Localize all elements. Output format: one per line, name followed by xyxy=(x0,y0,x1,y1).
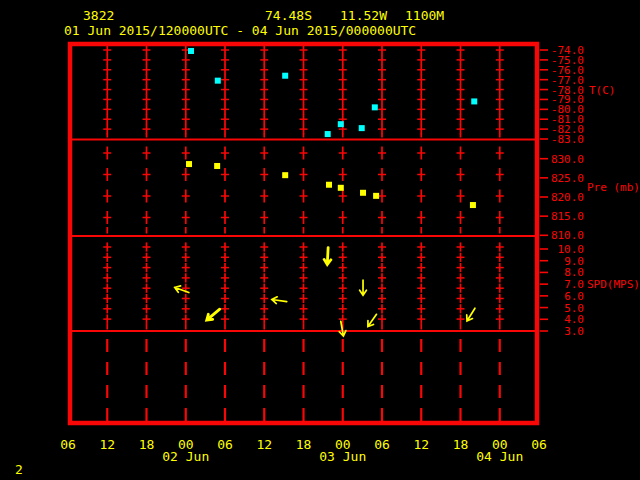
x-tick-label: 18 xyxy=(139,437,155,452)
x-tick-label: 12 xyxy=(99,437,115,452)
plot-svg: -74.0-75.0-76.0-77.0-78.0-79.0-80.0-81.0… xyxy=(0,0,640,480)
y-tick-label: 830.0 xyxy=(551,153,584,166)
y-tick-label: 810.0 xyxy=(551,229,584,242)
y-tick-label: 825.0 xyxy=(551,172,584,185)
y-axis-name: Pre (mb) xyxy=(587,181,640,194)
temperature-point xyxy=(471,98,477,104)
wind-arrow xyxy=(360,280,367,295)
wind-arrow xyxy=(175,286,189,293)
temperature-point xyxy=(338,121,344,127)
y-tick-label: 3.0 xyxy=(564,325,584,338)
x-tick-label: 06 xyxy=(217,437,233,452)
wind-arrow xyxy=(368,314,377,326)
page-number: 2 xyxy=(15,463,23,476)
pressure-point xyxy=(214,163,220,169)
wind-arrow xyxy=(324,248,331,265)
pressure-point xyxy=(282,172,288,178)
temperature-point xyxy=(372,104,378,110)
x-tick-label: 18 xyxy=(296,437,312,452)
x-tick-label: 12 xyxy=(256,437,272,452)
x-tick-label: 06 xyxy=(374,437,390,452)
y-tick-label: 820.0 xyxy=(551,191,584,204)
x-tick-label: 18 xyxy=(453,437,469,452)
x-date-label: 03 Jun xyxy=(319,449,366,464)
x-tick-label: 06 xyxy=(531,437,547,452)
temperature-point xyxy=(325,131,331,137)
y-tick-label: 815.0 xyxy=(551,210,584,223)
pressure-point xyxy=(470,202,476,208)
x-date-label: 04 Jun xyxy=(476,449,523,464)
temperature-point xyxy=(282,73,288,79)
y-axis-name: T(C) xyxy=(589,84,616,97)
x-date-label: 02 Jun xyxy=(162,449,209,464)
wind-arrow xyxy=(467,308,475,321)
aws-timeseries-display: 3822 74.48S 11.52W 1100M 01 Jun 2015/120… xyxy=(0,0,640,480)
pressure-point xyxy=(338,185,344,191)
temperature-point xyxy=(359,125,365,131)
temperature-point xyxy=(215,78,221,84)
pressure-point xyxy=(360,190,366,196)
y-tick-label: -83.0 xyxy=(551,133,584,146)
pressure-point xyxy=(326,182,332,188)
pressure-point xyxy=(186,161,192,167)
x-tick-label: 06 xyxy=(60,437,76,452)
wind-arrow xyxy=(272,297,287,304)
pressure-point xyxy=(373,193,379,199)
x-tick-label: 12 xyxy=(413,437,429,452)
wind-arrow xyxy=(207,309,220,320)
temperature-point xyxy=(188,48,194,54)
y-axis-name: SPD(MPS) xyxy=(587,278,640,291)
